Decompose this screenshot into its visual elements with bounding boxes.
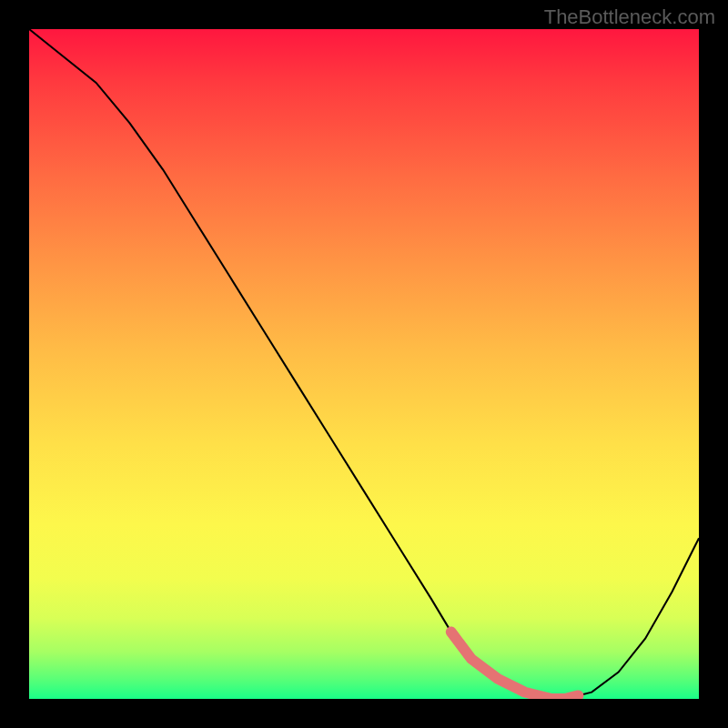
watermark-text: TheBottleneck.com (544, 5, 715, 29)
highlight-marker (29, 29, 699, 699)
plot-area (29, 29, 699, 699)
marker-path (451, 632, 579, 699)
